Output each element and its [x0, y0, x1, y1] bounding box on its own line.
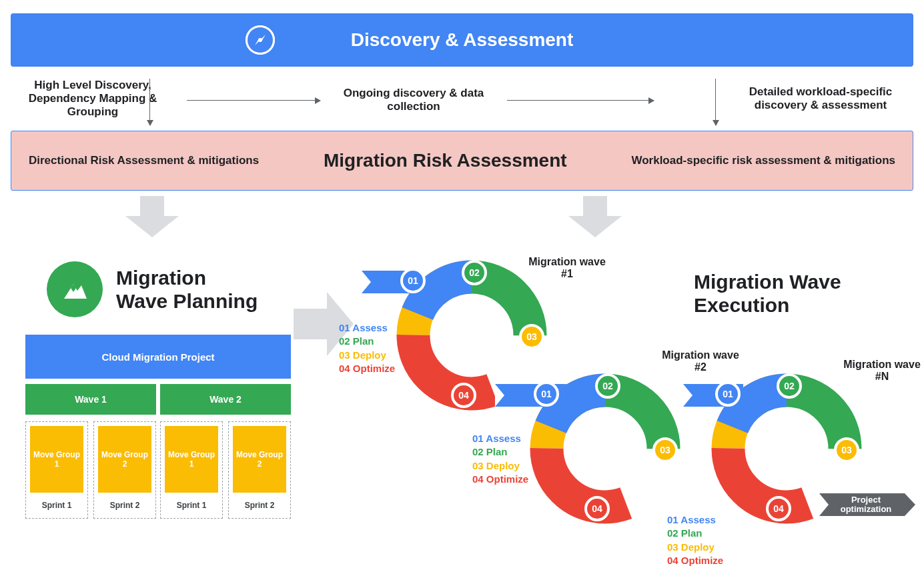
sprint-label: Sprint 2 — [94, 493, 155, 518]
step-badge-03: 03 — [519, 324, 544, 349]
execution-title-l2: Execution — [694, 294, 841, 317]
risk-bar: Directional Risk Assessment & mitigation… — [11, 131, 913, 191]
compass-icon — [246, 25, 275, 55]
legend-assess: 01 Assess — [339, 321, 395, 335]
execution-title-l1: Migration Wave — [694, 271, 841, 294]
step-badge-04: 04 — [451, 383, 476, 408]
label-high-level: High Level Discovery, Dependency Mapping… — [16, 79, 169, 119]
legend-optimize: 04 Optimize — [667, 554, 723, 567]
legend-optimize: 04 Optimize — [339, 362, 395, 375]
legend-optimize: 04 Optimize — [472, 473, 528, 486]
sprint-box: Move Group 2 Sprint 2 — [228, 421, 291, 519]
step-badge-01: 01 — [715, 381, 741, 407]
legend-deploy: 03 Deploy — [339, 349, 395, 362]
move-group: Move Group 2 — [98, 426, 151, 493]
execution-title: Migration Wave Execution — [694, 271, 841, 317]
risk-left: Directional Risk Assessment & mitigation… — [29, 154, 259, 167]
legend-plan: 02 Plan — [667, 527, 723, 540]
step-badge-02: 02 — [462, 260, 487, 285]
big-arrow-down-icon — [125, 196, 179, 237]
arrow-right-icon — [187, 100, 320, 101]
planning-title-l1: Migration — [116, 267, 258, 290]
cycle-donut-2: 01 02 03 04 — [522, 365, 688, 532]
risk-center: Migration Risk Assessment — [324, 150, 567, 171]
step-badge-02: 02 — [595, 373, 620, 399]
sprint-box: Move Group 1 Sprint 1 — [25, 421, 88, 519]
sprint-label: Sprint 1 — [161, 493, 222, 518]
risk-right: Workload-specific risk assessment & miti… — [631, 154, 895, 167]
sprint-label: Sprint 2 — [229, 493, 290, 518]
label-detailed: Detailed workload-specific discovery & a… — [734, 85, 907, 112]
big-arrow-down-icon — [568, 196, 622, 237]
mountain-icon — [47, 261, 103, 317]
legend-plan: 02 Plan — [472, 445, 528, 459]
planning-title-l2: Wave Planning — [116, 290, 258, 313]
legend-plan: 02 Plan — [339, 335, 395, 348]
step-badge-03: 03 — [834, 437, 859, 463]
move-group: Move Group 2 — [233, 426, 286, 493]
step-badge-03: 03 — [652, 437, 678, 463]
legend-deploy: 03 Deploy — [472, 459, 528, 473]
legend-deploy: 03 Deploy — [667, 541, 723, 554]
step-badge-04: 04 — [766, 496, 791, 521]
label-ongoing: Ongoing discovery & data collection — [327, 87, 500, 113]
step-badge-02: 02 — [777, 373, 802, 399]
svg-marker-5 — [64, 284, 87, 299]
header-title: Discovery & Assessment — [351, 29, 574, 51]
legend-assess: 01 Assess — [472, 432, 528, 445]
move-group: Move Group 1 — [30, 426, 83, 493]
wave-1-box: Wave 1 — [25, 384, 156, 415]
cycle-legend-1: 01 Assess 02 Plan 03 Deploy 04 Optimize — [339, 321, 395, 375]
legend-assess: 01 Assess — [667, 513, 723, 527]
project-optimization-label: Project optimization — [834, 495, 898, 515]
arrow-down-icon — [715, 79, 716, 125]
discovery-header: Discovery & Assessment — [11, 13, 913, 67]
step-badge-01: 01 — [534, 381, 559, 407]
sprint-box: Move Group 2 Sprint 2 — [93, 421, 156, 519]
sprint-label: Sprint 1 — [26, 493, 87, 518]
wave-2-box: Wave 2 — [160, 384, 291, 415]
cycle-legend-n: 01 Assess 02 Plan 03 Deploy 04 Optimize — [667, 513, 723, 567]
cloud-migration-project: Cloud Migration Project — [25, 335, 291, 379]
svg-point-4 — [258, 38, 262, 42]
move-group: Move Group 1 — [165, 426, 218, 493]
step-badge-04: 04 — [584, 496, 610, 521]
arrow-right-icon — [507, 100, 654, 101]
planning-title: Migration Wave Planning — [116, 267, 258, 313]
arrow-down-icon — [149, 79, 150, 125]
project-optimization-flag: Project optimization — [819, 493, 905, 516]
cycle-legend-2: 01 Assess 02 Plan 03 Deploy 04 Optimize — [472, 432, 528, 486]
sprint-box: Move Group 1 Sprint 1 — [160, 421, 223, 519]
step-badge-01: 01 — [400, 268, 426, 293]
